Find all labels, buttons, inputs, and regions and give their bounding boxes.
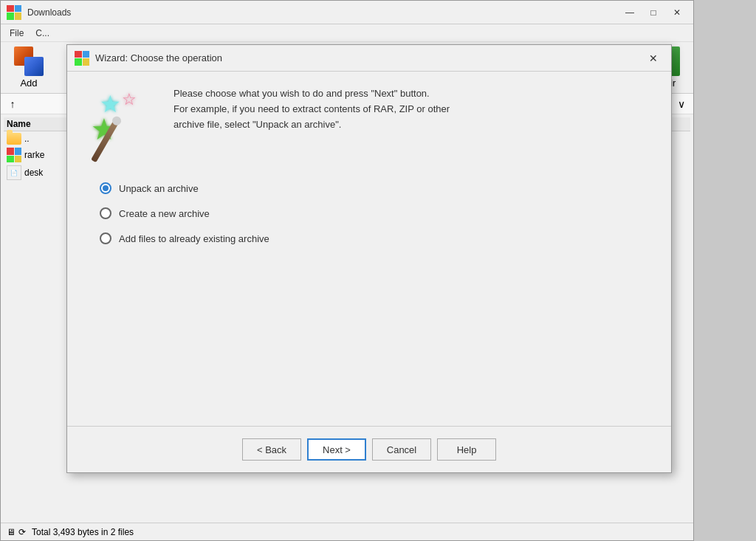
modal-icon <box>75 51 89 66</box>
nav-up-arrow[interactable]: ↑ <box>4 95 21 113</box>
file-name: desk <box>24 168 43 178</box>
close-button[interactable]: ✕ <box>667 5 687 20</box>
statusbar-icons: 🖥 ⟳ <box>7 527 26 537</box>
modal-body: ★ ☆ ★ Please choose what you wish to do … <box>67 72 671 426</box>
statusbar-icon2: ⟳ <box>18 527 26 537</box>
statusbar-text: Total 3,493 bytes in 2 files <box>32 527 134 537</box>
add-icon <box>14 46 44 76</box>
wizard-modal: Wizard: Choose the operation ✕ ★ ☆ ★ Ple… <box>66 44 672 473</box>
modal-close-button[interactable]: ✕ <box>643 49 664 67</box>
cancel-button[interactable]: Cancel <box>372 438 431 461</box>
modal-titlebar: Wizard: Choose the operation ✕ <box>67 45 671 72</box>
add-button[interactable]: Add <box>7 46 51 89</box>
bg-window-title: Downloads <box>27 7 619 18</box>
radio-add-label: Add files to already existing archive <box>119 233 269 244</box>
modal-header-section: ★ ☆ ★ Please choose what you wish to do … <box>85 86 653 160</box>
radio-create-input[interactable] <box>100 207 111 219</box>
radio-create[interactable]: Create a new archive <box>100 207 653 219</box>
modal-title: Wizard: Choose the operation <box>95 52 643 63</box>
radio-unpack-input[interactable] <box>100 182 111 194</box>
maximize-button[interactable]: □ <box>643 5 664 20</box>
statusbar-icon1: 🖥 <box>7 527 16 537</box>
modal-description: Please choose what you wish to do and pr… <box>173 86 450 160</box>
wizard-icon: ★ ☆ ★ <box>85 86 159 160</box>
menubar: File C... <box>1 24 693 42</box>
rar-icon <box>7 148 21 162</box>
nav-dropdown[interactable]: ∨ <box>673 95 690 113</box>
minimize-button[interactable]: — <box>619 5 640 20</box>
description-line2: For example, if you need to extract cont… <box>173 102 450 117</box>
menu-second[interactable]: C... <box>30 27 55 40</box>
app-icon <box>7 5 21 20</box>
radio-add[interactable]: Add files to already existing archive <box>100 232 653 244</box>
menu-file[interactable]: File <box>4 27 30 40</box>
file-name: rarke <box>24 150 44 160</box>
back-button[interactable]: < Back <box>242 438 301 461</box>
radio-unpack[interactable]: Unpack an archive <box>100 182 653 194</box>
file-name: .. <box>24 134 30 144</box>
star-pink-icon: ☆ <box>122 90 137 109</box>
description-line3: archive file, select "Unpack an archive"… <box>173 117 450 133</box>
radio-group: Unpack an archive Create a new archive A… <box>100 182 653 244</box>
modal-footer: < Back Next > Cancel Help <box>67 426 671 472</box>
description-line1: Please choose what you wish to do and pr… <box>173 86 450 102</box>
help-button[interactable]: Help <box>437 438 496 461</box>
window-controls: — □ ✕ <box>619 5 687 20</box>
radio-create-label: Create a new archive <box>119 208 210 219</box>
folder-icon <box>7 133 21 145</box>
add-label: Add <box>20 77 37 89</box>
bg-titlebar: Downloads — □ ✕ <box>1 1 693 24</box>
statusbar: 🖥 ⟳ Total 3,493 bytes in 2 files <box>1 523 693 540</box>
doc-icon: 📄 <box>7 165 21 180</box>
next-button[interactable]: Next > <box>307 438 366 461</box>
radio-unpack-label: Unpack an archive <box>119 183 199 194</box>
radio-add-input[interactable] <box>100 232 111 244</box>
